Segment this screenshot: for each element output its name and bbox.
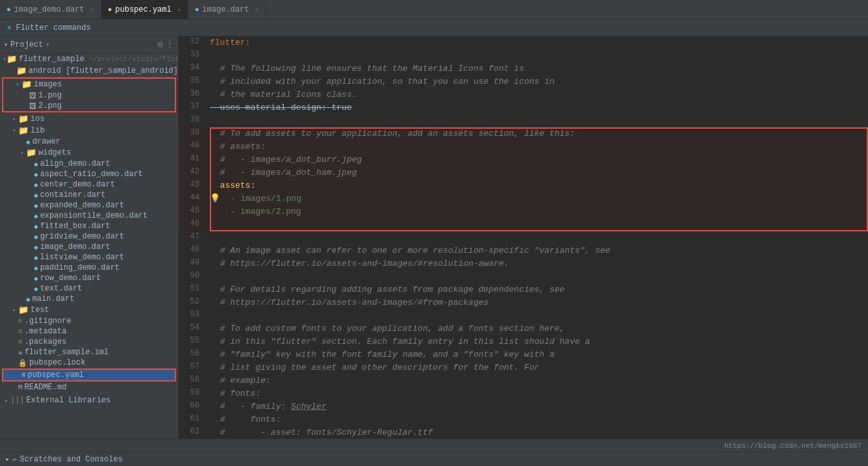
line-content-49: # https://flutter.io/assets-and-images/#… — [206, 257, 868, 270]
tree-item-ios[interactable]: ▸ 📁 ios — [0, 113, 178, 125]
tree-item-gridview[interactable]: ◆ gridview_demo.dart — [0, 231, 178, 242]
tree-expansiontile-label: expansiontile_demo.dart — [40, 211, 178, 220]
code-editor[interactable]: 32flutter:3334 # The following line ensu… — [179, 36, 868, 439]
code-line-61: 61 # fonts: — [179, 413, 868, 426]
tree-item-center[interactable]: ◆ center_demo.dart — [0, 179, 178, 190]
line-content-51: # For details regarding adding assets fr… — [206, 283, 868, 296]
sidebar-dropdown[interactable]: ▾ — [45, 41, 49, 49]
tree-item-packages[interactable]: ≡ .packages — [0, 337, 178, 347]
metadata-file-icon: ≡ — [18, 328, 23, 335]
tree-item-iml[interactable]: ◈ flutter_sample.iml — [0, 347, 178, 357]
tree-item-1png[interactable]: 🖼 1.png — [3, 90, 175, 101]
folder-widgets-icon: 📁 — [26, 148, 36, 158]
line-number-48: 48 — [179, 244, 206, 254]
line-content-59: # fonts: — [206, 387, 868, 400]
code-line-37: 37 uses-material-design: true — [179, 101, 868, 114]
line-content-62: # - asset: fonts/Schyler-Regular.ttf — [206, 426, 868, 439]
tree-listview-label: listview_demo.dart — [40, 253, 178, 262]
tree-item-root[interactable]: ▾ 📁 flutter_sample ~/project/studio/flut… — [0, 53, 178, 65]
tree-item-main[interactable]: ◆ main.dart — [0, 294, 178, 304]
tree-metadata-label: .metadata — [25, 327, 178, 336]
tree-item-lib[interactable]: ▾ 📁 lib — [0, 125, 178, 136]
line-number-32: 32 — [179, 36, 206, 46]
tree-padding-label: padding_demo.dart — [40, 263, 178, 272]
tree-item-expanded[interactable]: ◆ expanded_demo.dart — [0, 200, 178, 211]
dart-file-icon: ● — [6, 6, 11, 14]
tree-item-drawer[interactable]: ◆ drawer — [0, 136, 178, 147]
tab-image-dart[interactable]: ● image.dart ✕ — [188, 0, 266, 19]
tree-item-expansiontile[interactable]: ◆ expansiontile_demo.dart — [0, 211, 178, 221]
settings-icon[interactable]: ⋮ — [165, 39, 174, 50]
tab-close-image-dart[interactable]: ✕ — [255, 6, 259, 14]
line-number-51: 51 — [179, 283, 206, 293]
line-number-61: 61 — [179, 413, 206, 423]
code-line-41: 41 # - images/a_dot_burr.jpeg — [179, 153, 868, 166]
tree-item-listview[interactable]: ◆ listview_demo.dart — [0, 252, 178, 263]
tree-item-pubspec[interactable]: ≡ pubspec.yaml — [3, 370, 175, 380]
line-content-43: assets: — [206, 179, 868, 192]
sidebar-title: Project — [10, 40, 43, 49]
tree-expanded-label: expanded_demo.dart — [40, 201, 178, 210]
tree-item-2png[interactable]: 🖼 2.png — [3, 101, 175, 111]
tab-close-pubspec[interactable]: ✕ — [177, 6, 181, 14]
code-line-56: 56 # "family" key with the font family n… — [179, 348, 868, 361]
tree-item-widgets[interactable]: ▾ 📁 widgets — [0, 147, 178, 159]
main-layout: ▾ Project ▾ ⚙ ⋮ ▾ 📁 flutter_sample ~/pro… — [0, 36, 868, 439]
dart-icon-fitted: ◆ — [34, 222, 38, 231]
folder-android-icon: 📁 — [16, 66, 27, 76]
tree-item-container[interactable]: ◆ container.dart — [0, 190, 178, 200]
line-content-41: # - images/a_dot_burr.jpeg — [206, 153, 868, 166]
code-line-55: 55 # in this "flutter" section. Each fam… — [179, 335, 868, 348]
code-line-34: 34 # The following line ensures that the… — [179, 62, 868, 75]
code-line-51: 51 # For details regarding adding assets… — [179, 283, 868, 296]
tree-item-external-libs[interactable]: ▸ ||| External Libraries — [0, 395, 178, 406]
yaml-file-icon-tree: ≡ — [21, 371, 26, 379]
code-line-58: 58 # example: — [179, 374, 868, 387]
tree-item-metadata[interactable]: ≡ .metadata — [0, 326, 178, 337]
dart-icon-expanded: ◆ — [34, 201, 38, 210]
tree-item-fitted[interactable]: ◆ fitted_box.dart — [0, 221, 178, 231]
tree-item-aspect[interactable]: ◆ aspect_ratio_demo.dart — [0, 169, 178, 179]
tree-item-text[interactable]: ◆ text.dart — [0, 283, 178, 294]
tree-lib-label: lib — [31, 126, 178, 135]
tab-close-image-demo[interactable]: ✕ — [90, 6, 94, 14]
line-number-34: 34 — [179, 62, 206, 72]
md-file-icon: M — [18, 383, 23, 391]
line-number-60: 60 — [179, 400, 206, 410]
folder-ios-icon: 📁 — [18, 114, 29, 124]
tree-item-row[interactable]: ◆ row_demo.dart — [0, 273, 178, 283]
dart-icon-drawer: ◆ — [26, 138, 31, 146]
tree-item-imagedemo[interactable]: ◆ image_demo.dart — [0, 242, 178, 252]
tree-main-label: main.dart — [32, 294, 178, 304]
flutter-commands-bar[interactable]: ⚡ Flutter commands — [0, 19, 868, 36]
file-tree-sidebar: ▾ Project ▾ ⚙ ⋮ ▾ 📁 flutter_sample ~/pro… — [0, 36, 179, 439]
scratch-label: Scratches and Consoles — [19, 455, 122, 464]
tree-item-images[interactable]: ▾ 📁 images — [3, 79, 175, 90]
code-line-52: 52 # https://flutter.io/assets-and-image… — [179, 296, 868, 309]
scratch-icon: ✏ — [12, 454, 17, 464]
tree-item-test[interactable]: ▸ 📁 test — [0, 304, 178, 316]
tab-pubspec[interactable]: ● pubspec.yaml ✕ — [101, 0, 188, 19]
tree-item-gitignore[interactable]: ≡ .gitignore — [0, 316, 178, 326]
tree-item-padding[interactable]: ◆ padding_demo.dart — [0, 263, 178, 273]
tab-label-pubspec: pubspec.yaml — [115, 5, 171, 14]
tree-images-label: images — [34, 80, 175, 89]
pubspec-red-border: ≡ pubspec.yaml — [2, 369, 176, 382]
folder-lib-icon: 📁 — [18, 125, 29, 136]
code-line-33: 33 — [179, 49, 868, 62]
tab-image-demo[interactable]: ● image_demo.dart ✕ — [0, 0, 101, 19]
gear-icon[interactable]: ⚙ — [158, 39, 163, 50]
tree-item-android[interactable]: 📁 android [flutter_sample_android] — [0, 65, 178, 77]
scratch-consoles-bar[interactable]: ▸ ✏ Scratches and Consoles — [0, 452, 868, 466]
code-line-32: 32flutter: — [179, 36, 868, 49]
tree-1png-label: 1.png — [38, 91, 175, 100]
line-number-45: 45 — [179, 205, 206, 215]
lightbulb-icon[interactable]: 💡 — [210, 194, 220, 203]
line-content-34: # The following line ensures that the Ma… — [206, 62, 868, 75]
sidebar-arrow: ▾ — [4, 41, 8, 49]
tree-item-align[interactable]: ◆ align_demo.dart — [0, 159, 178, 169]
tree-item-readme[interactable]: M README.md — [0, 382, 178, 393]
tree-item-lock[interactable]: 🔒 pubspec.lock — [0, 357, 178, 368]
folder-test-icon: 📁 — [18, 305, 29, 315]
code-content: 32flutter:3334 # The following line ensu… — [179, 36, 868, 439]
